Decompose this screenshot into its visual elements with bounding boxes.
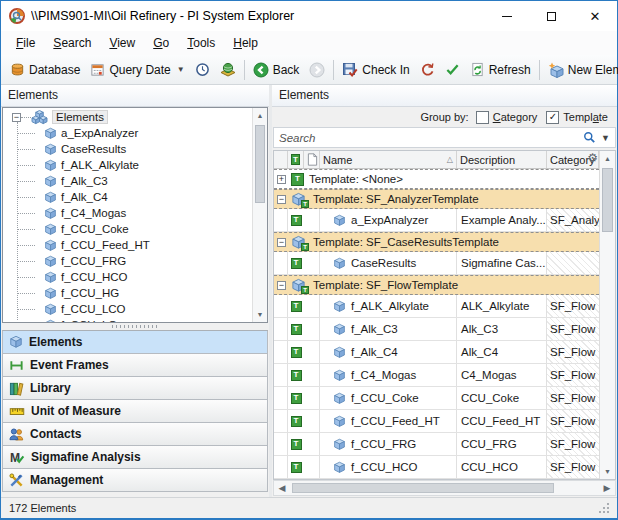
column-header-category[interactable]: Category ⚙	[547, 151, 599, 168]
group-expander[interactable]: −	[277, 195, 286, 204]
new-element-button[interactable]: New Element ▼	[543, 59, 618, 81]
check-in-button[interactable]: Check In	[337, 59, 414, 81]
tree-item-caseresults[interactable]: CaseResults	[3, 141, 251, 157]
menu-item-view[interactable]: View	[100, 32, 144, 54]
table-row[interactable]: T f_C4_MogasC4_MogasSF_Flow	[274, 364, 599, 387]
row-name-cell[interactable]: CaseResults	[320, 252, 457, 274]
template-group-row[interactable]: − TTemplate: SF_CaseResultsTemplate	[274, 232, 599, 252]
scroll-down-icon[interactable]: ▼	[253, 307, 267, 322]
tree-item-f_alk_c3[interactable]: f_Alk_C3	[3, 173, 251, 189]
cube-icon	[44, 223, 57, 236]
template-checkbox[interactable]: ✓	[546, 111, 559, 124]
row-name-cell[interactable]: f_C4_Mogas	[320, 364, 457, 386]
tree-item-f_ccu_lco[interactable]: f_CCU_LCO	[3, 301, 251, 317]
table-horizontal-scrollbar[interactable]: ◀ ▶	[273, 480, 616, 496]
table-row[interactable]: T f_CCU_FRGCCU_FRGSF_Flow	[274, 433, 599, 456]
globe-layers-button[interactable]	[215, 59, 241, 81]
menu-item-help[interactable]: Help	[224, 32, 267, 54]
tree-root-elements[interactable]: − Elements	[3, 109, 251, 125]
tree-scrollbar-thumb[interactable]	[255, 125, 265, 203]
column-header-description[interactable]: Description	[457, 151, 547, 168]
resize-grip[interactable]	[599, 503, 609, 513]
row-name-cell[interactable]: f_Alk_C4	[320, 341, 457, 363]
tree-scrollbar[interactable]: ▲ ▼	[252, 108, 267, 322]
clock-icon	[195, 62, 210, 77]
tree-item-f_c4_mogas[interactable]: f_C4_Mogas	[3, 205, 251, 221]
database-button[interactable]: Database	[5, 59, 85, 80]
table-row[interactable]: T CaseResultsSigmafine Cas...	[274, 252, 599, 275]
back-button[interactable]: Back	[248, 59, 305, 81]
header-page-column[interactable]	[304, 151, 320, 168]
column-options-gear-icon[interactable]: ⚙	[587, 152, 598, 164]
group-expander[interactable]: −	[277, 281, 286, 290]
header-template-flag-column[interactable]: T	[288, 151, 304, 168]
sidebar-item-contacts[interactable]: Contacts	[2, 423, 268, 446]
tree-item-f_alk_alkylate[interactable]: f_ALK_Alkylate	[3, 157, 251, 173]
scroll-up-icon[interactable]: ▲	[600, 151, 615, 166]
search-input[interactable]	[279, 132, 583, 144]
row-name-cell[interactable]: f_CCU_Coke	[320, 387, 457, 409]
close-button[interactable]: ✕	[573, 1, 617, 31]
row-name-cell[interactable]: a_ExpAnalyzer	[320, 209, 457, 231]
time-range-button[interactable]	[190, 59, 215, 80]
tree-item-f_ccu_lg[interactable]: f_CCU_LG	[3, 317, 251, 323]
table-row[interactable]: T f_Alk_C4Alk_C4SF_Flow	[274, 341, 599, 364]
scroll-down-icon[interactable]: ▼	[600, 464, 615, 479]
scroll-left-icon[interactable]: ◀	[274, 483, 290, 493]
sidebar-item-library[interactable]: Library	[2, 377, 268, 400]
sidebar-item-management[interactable]: Management	[2, 469, 268, 492]
row-name-cell[interactable]: f_Alk_C3	[320, 318, 457, 340]
table-row[interactable]: T a_ExpAnalyzerExample Analy...SF_Analy	[274, 209, 599, 232]
refresh-button[interactable]: Refresh	[465, 59, 536, 80]
row-name-cell[interactable]: f_CCU_Feed_HT	[320, 410, 457, 432]
search-icon[interactable]	[583, 131, 596, 144]
table-row[interactable]: T f_Alk_C3Alk_C3SF_Flow	[274, 318, 599, 341]
table-row[interactable]: T f_CCU_HCOCCU_HCOSF_Flow	[274, 456, 599, 479]
undo-checkout-button[interactable]	[415, 59, 440, 80]
table-row[interactable]: T f_CCU_Feed_HTCCU_Feed_HTSF_Flow	[274, 410, 599, 433]
query-date-button[interactable]: Query Date ▼	[85, 59, 189, 80]
row-name-cell[interactable]: f_CCU_FRG	[320, 433, 457, 455]
maximize-button[interactable]	[529, 1, 573, 31]
tree-item-f_alk_c4[interactable]: f_Alk_C4	[3, 189, 251, 205]
search-options-caret-icon[interactable]: ▼	[601, 133, 610, 143]
menu-item-file[interactable]: File	[7, 32, 44, 54]
template-group-row[interactable]: − TTemplate: SF_AnalyzerTemplate	[274, 189, 599, 209]
cube-icon	[333, 323, 346, 336]
forward-button[interactable]	[304, 59, 330, 81]
template-group-row[interactable]: − TTemplate: SF_FlowTemplate	[274, 275, 599, 295]
minimize-button[interactable]	[485, 1, 529, 31]
hscrollbar-thumb[interactable]	[292, 483, 554, 493]
database-label: Database	[29, 63, 80, 77]
menu-item-tools[interactable]: Tools	[178, 32, 224, 54]
panel-splitter[interactable]	[1, 323, 269, 330]
sidebar-item-sigmafine-analysis[interactable]: M Sigmafine Analysis	[2, 446, 268, 469]
tree-item-a_expanalyzer[interactable]: a_ExpAnalyzer	[3, 125, 251, 141]
tree-item-f_ccu_coke[interactable]: f_CCU_Coke	[3, 221, 251, 237]
tree-item-f_ccu_feed_ht[interactable]: f_CCU_Feed_HT	[3, 237, 251, 253]
table-vertical-scrollbar[interactable]: ▲ ▼	[599, 151, 615, 479]
group-expander[interactable]: −	[277, 238, 286, 247]
table-row[interactable]: T f_CCU_CokeCCU_CokeSF_Flow	[274, 387, 599, 410]
group-expander[interactable]: +	[277, 175, 286, 184]
tree-expander[interactable]: −	[12, 113, 21, 122]
table-scrollbar-thumb[interactable]	[602, 168, 613, 232]
sidebar-item-event-frames[interactable]: Event Frames	[2, 354, 268, 377]
scroll-up-icon[interactable]: ▲	[253, 108, 267, 123]
menu-item-search[interactable]: Search	[44, 32, 100, 54]
apply-check-button[interactable]	[440, 59, 465, 80]
category-checkbox[interactable]	[476, 111, 489, 124]
row-name-cell[interactable]: f_CCU_HCO	[320, 456, 457, 478]
sidebar-item-elements[interactable]: Elements	[2, 331, 268, 354]
sidebar-item-unit-of-measure[interactable]: Unit of Measure	[2, 400, 268, 423]
scroll-right-icon[interactable]: ▶	[599, 483, 615, 493]
tree-item-f_ccu_frg[interactable]: f_CCU_FRG	[3, 253, 251, 269]
template-group-row[interactable]: +TTemplate: <None>	[274, 169, 599, 189]
column-header-name[interactable]: Name △	[320, 151, 457, 168]
menu-item-go[interactable]: Go	[144, 32, 178, 54]
row-template-flag-cell: T	[288, 387, 304, 409]
tree-item-f_ccu_hg[interactable]: f_CCU_HG	[3, 285, 251, 301]
tree-item-f_ccu_hco[interactable]: f_CCU_HCO	[3, 269, 251, 285]
row-name-cell[interactable]: f_ALK_Alkylate	[320, 295, 457, 317]
table-row[interactable]: T f_ALK_AlkylateALK_AlkylateSF_Flow	[274, 295, 599, 318]
